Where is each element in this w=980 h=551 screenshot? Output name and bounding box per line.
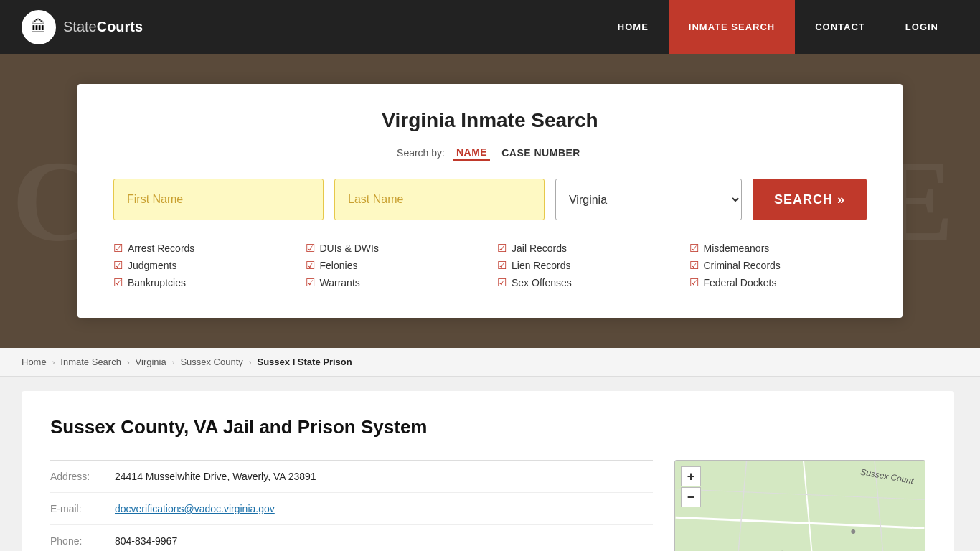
info-table: Address:24414 Musselwhite Drive, Waverly… — [50, 460, 653, 551]
map-zoom-in[interactable]: + — [681, 466, 701, 486]
checkbox-item: ☑DUIs & DWIs — [306, 242, 484, 255]
checkbox-icon: ☑ — [497, 276, 507, 289]
first-name-input[interactable] — [113, 179, 324, 220]
info-label: Phone: — [50, 535, 115, 547]
info-layout: Address:24414 Musselwhite Drive, Waverly… — [50, 460, 925, 551]
content-title: Sussex County, VA Jail and Prison System — [50, 416, 925, 438]
info-label: E-mail: — [50, 503, 115, 514]
content-area: Sussex County, VA Jail and Prison System… — [0, 377, 980, 551]
site-header: 🏛 StateCourts HOME INMATE SEARCH CONTACT… — [0, 0, 980, 54]
breadcrumb-separator: › — [249, 358, 252, 367]
breadcrumb: Home›Inmate Search›Virginia›Sussex Count… — [0, 348, 980, 377]
search-card-title: Virginia Inmate Search — [113, 109, 867, 132]
info-value: 804-834-9967 — [115, 535, 177, 547]
breadcrumb-item[interactable]: Virginia — [136, 357, 166, 367]
checkbox-item: ☑Federal Dockets — [689, 276, 867, 289]
checkbox-item: ☑Bankruptcies — [113, 276, 291, 289]
checkbox-item: ☑Warrants — [306, 276, 484, 289]
checkbox-icon: ☑ — [113, 276, 123, 289]
info-value: 24414 Musselwhite Drive, Waverly, VA 238… — [115, 471, 316, 482]
checkbox-icon: ☑ — [689, 242, 699, 255]
breadcrumb-item[interactable]: Home — [22, 357, 47, 367]
logo-icon: 🏛 — [22, 10, 56, 44]
checkbox-item: ☑Lien Records — [497, 259, 675, 272]
breadcrumb-item[interactable]: Sussex County — [180, 357, 242, 367]
checkbox-icon: ☑ — [689, 259, 699, 272]
hero-section: COURTHOUSE Virginia Inmate Search Search… — [0, 54, 980, 348]
checkbox-icon: ☑ — [306, 276, 315, 289]
search-card: Virginia Inmate Search Search by: NAME C… — [77, 84, 903, 318]
breadcrumb-separator: › — [172, 358, 175, 367]
checkbox-item: ☑Criminal Records — [689, 259, 867, 272]
checkbox-item: ☑Jail Records — [497, 242, 675, 255]
checkbox-icon: ☑ — [113, 259, 123, 272]
tab-name[interactable]: NAME — [453, 145, 490, 161]
content-card: Sussex County, VA Jail and Prison System… — [22, 391, 954, 551]
breadcrumb-separator: › — [52, 358, 55, 367]
checkbox-item: ☑Arrest Records — [113, 242, 291, 255]
logo-text: StateCourts — [63, 19, 143, 35]
info-value[interactable]: docverifications@vadoc.virginia.gov — [115, 503, 275, 514]
nav-contact[interactable]: CONTACT — [795, 0, 885, 54]
map-controls: + − — [681, 466, 701, 507]
nav-inmate-search[interactable]: INMATE SEARCH — [669, 0, 795, 54]
checkbox-icon: ☑ — [113, 242, 123, 255]
nav-home[interactable]: HOME — [598, 0, 669, 54]
breadcrumb-item[interactable]: Inmate Search — [60, 357, 121, 367]
checkbox-item: ☑Sex Offenses — [497, 276, 675, 289]
main-nav: HOME INMATE SEARCH CONTACT LOGIN — [598, 0, 958, 54]
checkbox-icon: ☑ — [497, 259, 507, 272]
checkbox-icon: ☑ — [497, 242, 507, 255]
checkbox-item: ☑Misdemeanors — [689, 242, 867, 255]
state-select[interactable]: Virginia Alabama Alaska California — [555, 179, 742, 220]
breadcrumb-separator: › — [127, 358, 130, 367]
search-fields-row: Virginia Alabama Alaska California SEARC… — [113, 179, 867, 220]
checkbox-icon: ☑ — [306, 242, 315, 255]
info-label: Address: — [50, 471, 115, 482]
last-name-input[interactable] — [334, 179, 545, 220]
breadcrumb-item: Sussex I State Prison — [257, 357, 352, 367]
search-by-row: Search by: NAME CASE NUMBER — [113, 145, 867, 161]
checkbox-icon: ☑ — [306, 259, 315, 272]
map-zoom-out[interactable]: − — [681, 487, 701, 507]
svg-point-10 — [851, 529, 855, 534]
checkbox-item: ☑Judgments — [113, 259, 291, 272]
checkbox-item: ☑Felonies — [306, 259, 484, 272]
info-row: Phone:804-834-9967 — [50, 525, 653, 551]
search-by-label: Search by: — [397, 147, 445, 159]
tab-case-number[interactable]: CASE NUMBER — [499, 146, 583, 160]
map-box: + − Sussex C — [674, 460, 925, 551]
info-row: Address:24414 Musselwhite Drive, Waverly… — [50, 461, 653, 493]
search-button[interactable]: SEARCH » — [753, 179, 867, 220]
checkboxes-grid: ☑Arrest Records☑DUIs & DWIs☑Jail Records… — [113, 242, 867, 289]
info-row: E-mail:docverifications@vadoc.virginia.g… — [50, 493, 653, 525]
logo[interactable]: 🏛 StateCourts — [22, 10, 143, 44]
checkbox-icon: ☑ — [689, 276, 699, 289]
nav-login[interactable]: LOGIN — [885, 0, 958, 54]
